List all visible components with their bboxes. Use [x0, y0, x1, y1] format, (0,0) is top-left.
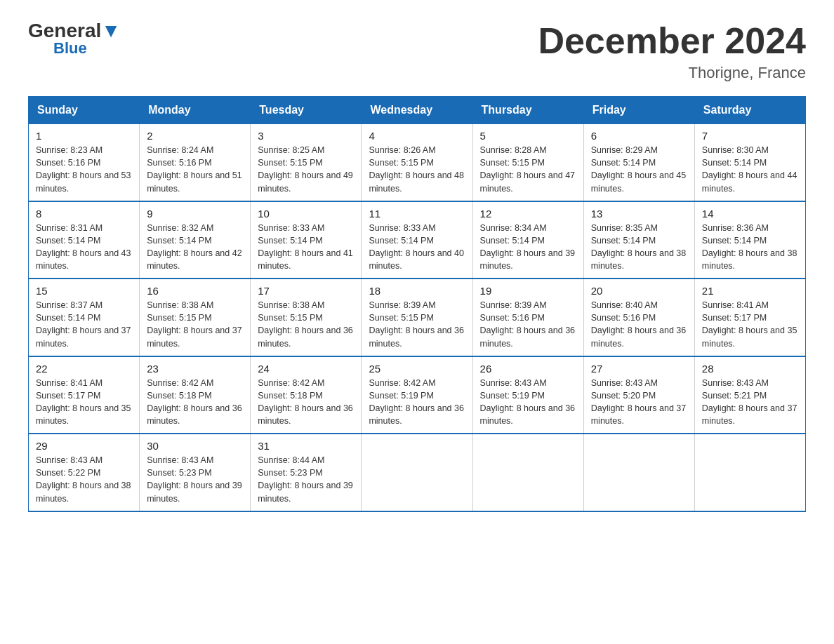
week-row-3: 15 Sunrise: 8:37 AM Sunset: 5:14 PM Dayl… [29, 279, 806, 356]
day-number: 24 [258, 363, 354, 375]
day-info: Sunrise: 8:30 AM Sunset: 5:14 PM Dayligh… [702, 144, 798, 195]
day-info: Sunrise: 8:24 AM Sunset: 5:16 PM Dayligh… [147, 144, 243, 195]
day-info: Sunrise: 8:37 AM Sunset: 5:14 PM Dayligh… [36, 299, 132, 350]
day-info: Sunrise: 8:41 AM Sunset: 5:17 PM Dayligh… [702, 299, 798, 350]
day-number: 6 [591, 130, 687, 142]
empty-cell-4-3 [362, 434, 472, 511]
day-number: 27 [591, 363, 687, 375]
empty-cell-4-4 [472, 434, 583, 511]
day-cell-26: 26 Sunrise: 8:43 AM Sunset: 5:19 PM Dayl… [472, 356, 583, 434]
day-cell-1: 1 Sunrise: 8:23 AM Sunset: 5:16 PM Dayli… [29, 124, 140, 201]
day-info: Sunrise: 8:42 AM Sunset: 5:19 PM Dayligh… [369, 377, 465, 428]
day-cell-12: 12 Sunrise: 8:34 AM Sunset: 5:14 PM Dayl… [472, 201, 583, 279]
day-info: Sunrise: 8:43 AM Sunset: 5:20 PM Dayligh… [591, 377, 687, 428]
empty-cell-4-5 [583, 434, 694, 511]
day-cell-22: 22 Sunrise: 8:41 AM Sunset: 5:17 PM Dayl… [29, 356, 140, 434]
day-number: 21 [702, 285, 798, 297]
day-cell-27: 27 Sunrise: 8:43 AM Sunset: 5:20 PM Dayl… [583, 356, 694, 434]
day-number: 17 [258, 285, 354, 297]
day-number: 29 [36, 440, 132, 452]
day-info: Sunrise: 8:31 AM Sunset: 5:14 PM Dayligh… [36, 222, 132, 273]
day-info: Sunrise: 8:36 AM Sunset: 5:14 PM Dayligh… [702, 222, 798, 273]
day-number: 20 [591, 285, 687, 297]
day-number: 30 [147, 440, 243, 452]
day-number: 9 [147, 208, 243, 220]
day-cell-6: 6 Sunrise: 8:29 AM Sunset: 5:14 PM Dayli… [583, 124, 694, 201]
day-info: Sunrise: 8:35 AM Sunset: 5:14 PM Dayligh… [591, 222, 687, 273]
day-cell-21: 21 Sunrise: 8:41 AM Sunset: 5:17 PM Dayl… [694, 279, 805, 356]
logo-general-text: General▼ [28, 21, 121, 41]
day-info: Sunrise: 8:39 AM Sunset: 5:16 PM Dayligh… [480, 299, 576, 350]
empty-cell-4-6 [694, 434, 805, 511]
day-cell-16: 16 Sunrise: 8:38 AM Sunset: 5:15 PM Dayl… [140, 279, 251, 356]
page-header: General▼ Blue December 2024 Thorigne, Fr… [28, 21, 806, 82]
week-row-1: 1 Sunrise: 8:23 AM Sunset: 5:16 PM Dayli… [29, 124, 806, 201]
day-cell-9: 9 Sunrise: 8:32 AM Sunset: 5:14 PM Dayli… [140, 201, 251, 279]
day-number: 3 [258, 130, 354, 142]
day-info: Sunrise: 8:42 AM Sunset: 5:18 PM Dayligh… [147, 377, 243, 428]
week-row-4: 22 Sunrise: 8:41 AM Sunset: 5:17 PM Dayl… [29, 356, 806, 434]
day-number: 4 [369, 130, 465, 142]
day-number: 16 [147, 285, 243, 297]
day-info: Sunrise: 8:38 AM Sunset: 5:15 PM Dayligh… [258, 299, 354, 350]
day-number: 22 [36, 363, 132, 375]
day-number: 12 [480, 208, 576, 220]
week-row-5: 29 Sunrise: 8:43 AM Sunset: 5:22 PM Dayl… [29, 434, 806, 511]
day-cell-8: 8 Sunrise: 8:31 AM Sunset: 5:14 PM Dayli… [29, 201, 140, 279]
day-number: 23 [147, 363, 243, 375]
calendar-table: SundayMondayTuesdayWednesdayThursdayFrid… [28, 96, 806, 512]
day-info: Sunrise: 8:43 AM Sunset: 5:22 PM Dayligh… [36, 454, 132, 505]
day-info: Sunrise: 8:26 AM Sunset: 5:15 PM Dayligh… [369, 144, 465, 195]
day-info: Sunrise: 8:32 AM Sunset: 5:14 PM Dayligh… [147, 222, 243, 273]
day-cell-14: 14 Sunrise: 8:36 AM Sunset: 5:14 PM Dayl… [694, 201, 805, 279]
day-number: 18 [369, 285, 465, 297]
day-cell-28: 28 Sunrise: 8:43 AM Sunset: 5:21 PM Dayl… [694, 356, 805, 434]
weekday-header-thursday: Thursday [472, 97, 583, 124]
day-number: 26 [480, 363, 576, 375]
day-number: 19 [480, 285, 576, 297]
weekday-header-tuesday: Tuesday [251, 97, 362, 124]
weekday-header-saturday: Saturday [694, 97, 805, 124]
day-cell-31: 31 Sunrise: 8:44 AM Sunset: 5:23 PM Dayl… [251, 434, 362, 511]
day-cell-11: 11 Sunrise: 8:33 AM Sunset: 5:14 PM Dayl… [362, 201, 472, 279]
day-number: 31 [258, 440, 354, 452]
day-info: Sunrise: 8:41 AM Sunset: 5:17 PM Dayligh… [36, 377, 132, 428]
day-cell-5: 5 Sunrise: 8:28 AM Sunset: 5:15 PM Dayli… [472, 124, 583, 201]
day-cell-15: 15 Sunrise: 8:37 AM Sunset: 5:14 PM Dayl… [29, 279, 140, 356]
day-cell-13: 13 Sunrise: 8:35 AM Sunset: 5:14 PM Dayl… [583, 201, 694, 279]
day-cell-30: 30 Sunrise: 8:43 AM Sunset: 5:23 PM Dayl… [140, 434, 251, 511]
day-info: Sunrise: 8:42 AM Sunset: 5:18 PM Dayligh… [258, 377, 354, 428]
day-cell-24: 24 Sunrise: 8:42 AM Sunset: 5:18 PM Dayl… [251, 356, 362, 434]
day-number: 25 [369, 363, 465, 375]
day-number: 15 [36, 285, 132, 297]
logo-blue-text: Blue [53, 41, 87, 56]
day-number: 14 [702, 208, 798, 220]
logo-triangle-icon: ▼ [101, 20, 121, 41]
title-block: December 2024 Thorigne, France [538, 21, 806, 82]
day-cell-2: 2 Sunrise: 8:24 AM Sunset: 5:16 PM Dayli… [140, 124, 251, 201]
day-cell-10: 10 Sunrise: 8:33 AM Sunset: 5:14 PM Dayl… [251, 201, 362, 279]
day-info: Sunrise: 8:38 AM Sunset: 5:15 PM Dayligh… [147, 299, 243, 350]
day-info: Sunrise: 8:28 AM Sunset: 5:15 PM Dayligh… [480, 144, 576, 195]
day-cell-3: 3 Sunrise: 8:25 AM Sunset: 5:15 PM Dayli… [251, 124, 362, 201]
day-info: Sunrise: 8:40 AM Sunset: 5:16 PM Dayligh… [591, 299, 687, 350]
day-info: Sunrise: 8:25 AM Sunset: 5:15 PM Dayligh… [258, 144, 354, 195]
day-cell-19: 19 Sunrise: 8:39 AM Sunset: 5:16 PM Dayl… [472, 279, 583, 356]
day-number: 2 [147, 130, 243, 142]
logo: General▼ Blue [28, 21, 121, 56]
day-info: Sunrise: 8:39 AM Sunset: 5:15 PM Dayligh… [369, 299, 465, 350]
weekday-header-wednesday: Wednesday [362, 97, 472, 124]
day-info: Sunrise: 8:33 AM Sunset: 5:14 PM Dayligh… [369, 222, 465, 273]
day-cell-7: 7 Sunrise: 8:30 AM Sunset: 5:14 PM Dayli… [694, 124, 805, 201]
day-info: Sunrise: 8:44 AM Sunset: 5:23 PM Dayligh… [258, 454, 354, 505]
day-number: 7 [702, 130, 798, 142]
day-info: Sunrise: 8:43 AM Sunset: 5:23 PM Dayligh… [147, 454, 243, 505]
day-info: Sunrise: 8:43 AM Sunset: 5:19 PM Dayligh… [480, 377, 576, 428]
day-number: 13 [591, 208, 687, 220]
month-title: December 2024 [538, 21, 806, 61]
day-number: 1 [36, 130, 132, 142]
day-cell-20: 20 Sunrise: 8:40 AM Sunset: 5:16 PM Dayl… [583, 279, 694, 356]
day-cell-23: 23 Sunrise: 8:42 AM Sunset: 5:18 PM Dayl… [140, 356, 251, 434]
day-cell-17: 17 Sunrise: 8:38 AM Sunset: 5:15 PM Dayl… [251, 279, 362, 356]
day-info: Sunrise: 8:34 AM Sunset: 5:14 PM Dayligh… [480, 222, 576, 273]
